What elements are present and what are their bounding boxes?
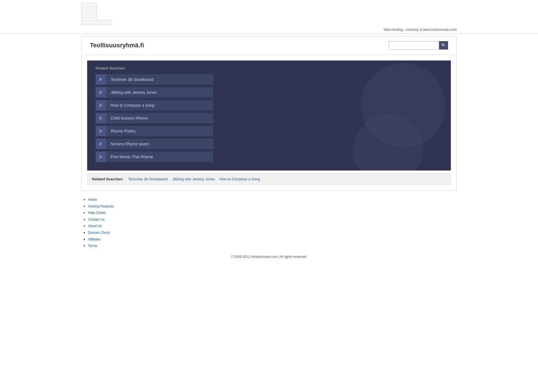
- hosting-bar: Web Hosting - courtesy of www.hostmonste…: [0, 28, 538, 34]
- related-searches-label: Related Searches:: [96, 66, 442, 70]
- arrow-icon: [96, 87, 106, 98]
- footer-link-hosting-features[interactable]: Hosting Features: [88, 204, 113, 208]
- footer-link-terms[interactable]: Terms: [88, 244, 97, 248]
- site-header: Teollisuusryhmä.fi 🔍: [82, 36, 456, 55]
- bottom-related-link-3[interactable]: How to Compose a Song: [219, 177, 260, 181]
- search-item-text: How to Compose a Song: [106, 103, 159, 108]
- triangle-icon: [99, 103, 103, 107]
- list-item[interactable]: How to Compose a Song: [96, 100, 213, 111]
- footer-link-help-center[interactable]: Help Center: [88, 211, 106, 215]
- search-item-text: Child Nursery Rhyme: [106, 116, 152, 120]
- logo-icon-top: [81, 3, 97, 18]
- search-items-list: Technine Jib Snowboard Jibbing with Jere…: [96, 74, 213, 162]
- footer-link-about-us[interactable]: About Us: [88, 224, 102, 228]
- hosting-text: Web Hosting - courtesy of www.hostmonste…: [384, 28, 457, 32]
- logo-wide: [81, 20, 112, 25]
- site-title: Teollisuusryhmä.fi: [90, 42, 144, 49]
- triangle-icon: [99, 129, 103, 133]
- arrow-icon: [96, 126, 106, 136]
- bottom-related-bar: Related Searches: Technine Jib Snowboard…: [87, 173, 451, 185]
- footer-link-domain-check[interactable]: Domain Check: [88, 231, 110, 235]
- triangle-icon: [99, 142, 103, 146]
- arrow-icon: [96, 74, 106, 85]
- search-item-text: Technine Jib Snowboard: [106, 77, 158, 82]
- footer-nav: Home Hosting Features Help Center Contac…: [81, 196, 457, 249]
- arrow-icon: [96, 100, 106, 111]
- main-box: Teollisuusryhmä.fi 🔍 Related Searches: T…: [81, 36, 457, 191]
- dark-panel: Related Searches: Technine Jib Snowboard…: [87, 60, 451, 171]
- triangle-icon: [99, 90, 103, 94]
- list-item[interactable]: Jibbing with Jeremy Jones: [96, 87, 213, 98]
- list-item[interactable]: Rhyme Poetry: [96, 126, 213, 136]
- arrow-icon: [96, 139, 106, 149]
- footer-link-home[interactable]: Home: [88, 198, 97, 202]
- footer-link-contact-us[interactable]: Contact Us: [88, 218, 105, 221]
- arrow-icon: [96, 113, 106, 123]
- search-item-text: Find Words That Rhyme: [106, 155, 157, 159]
- triangle-icon: [99, 155, 103, 159]
- triangle-icon: [99, 116, 103, 120]
- bottom-related-link-2[interactable]: Jibbing with Jeremy Jones: [172, 177, 215, 181]
- list-item[interactable]: Nursery Rhyme poem: [96, 139, 213, 149]
- bottom-related-label: Related Searches:: [92, 177, 124, 181]
- list-item[interactable]: Find Words That Rhyme: [96, 151, 213, 162]
- arrow-icon: [96, 151, 106, 162]
- search-icon: 🔍: [441, 43, 446, 48]
- search-item-text: Jibbing with Jeremy Jones: [106, 90, 161, 95]
- search-button[interactable]: 🔍: [439, 41, 448, 50]
- search-item-text: Rhyme Poetry: [106, 129, 140, 133]
- bottom-related-link-1[interactable]: Technine Jib Snowboard: [128, 177, 168, 181]
- footer-copyright: © 2005-2012 Hostmonster.com. All rights …: [0, 255, 538, 264]
- footer-link-affiliates[interactable]: Affiliates: [88, 237, 101, 241]
- triangle-icon: [99, 78, 103, 81]
- search-area: 🔍: [389, 41, 448, 50]
- search-item-text: Nursery Rhyme poem: [106, 142, 153, 146]
- list-item[interactable]: Child Nursery Rhyme: [96, 113, 213, 123]
- top-logo-area: [0, 0, 538, 28]
- list-item[interactable]: Technine Jib Snowboard: [96, 74, 213, 85]
- search-input[interactable]: [389, 41, 439, 50]
